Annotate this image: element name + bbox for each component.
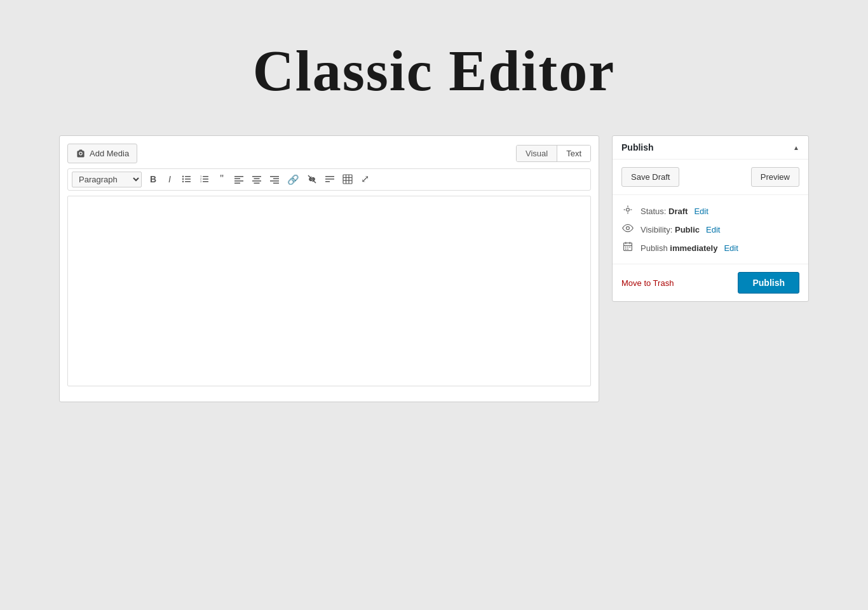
svg-point-33 <box>627 208 630 212</box>
status-row: Status: Draft Edit <box>621 201 799 220</box>
align-center-button[interactable] <box>248 172 265 187</box>
svg-rect-13 <box>234 179 240 180</box>
move-to-trash-link[interactable]: Move to Trash <box>621 278 674 288</box>
svg-point-5 <box>182 181 184 182</box>
save-draft-button[interactable]: Save Draft <box>621 167 679 187</box>
tab-text[interactable]: Text <box>557 146 590 161</box>
svg-rect-1 <box>185 179 191 180</box>
svg-point-4 <box>182 179 184 180</box>
svg-rect-26 <box>325 179 334 180</box>
svg-rect-8 <box>203 181 208 182</box>
visibility-edit-link[interactable]: Edit <box>706 225 720 234</box>
publish-box-title: Publish <box>621 142 654 152</box>
unordered-list-button[interactable] <box>179 172 195 187</box>
align-left-button[interactable] <box>231 172 247 187</box>
svg-rect-18 <box>252 180 261 182</box>
editor-content-area[interactable] <box>67 196 591 386</box>
svg-rect-14 <box>234 180 243 182</box>
svg-rect-20 <box>270 176 279 177</box>
collapse-icon[interactable]: ▲ <box>793 144 799 151</box>
editor-main: Add Media Visual Text Paragraph Heading … <box>59 135 599 402</box>
publish-time-row: Publish immediately Edit <box>621 238 799 257</box>
publish-time-edit-link[interactable]: Edit <box>724 243 738 253</box>
svg-point-3 <box>182 176 184 177</box>
svg-rect-27 <box>325 181 330 182</box>
svg-text:3: 3 <box>200 180 202 183</box>
svg-rect-43 <box>625 247 627 248</box>
svg-rect-16 <box>252 176 261 177</box>
publish-box-header: Publish ▲ <box>613 136 808 159</box>
svg-rect-12 <box>234 176 243 177</box>
add-media-label: Add Media <box>90 149 129 158</box>
blockquote-button[interactable]: " <box>214 172 229 187</box>
publish-button[interactable]: Publish <box>738 272 799 294</box>
editor-sidebar: Publish ▲ Save Draft Preview <box>612 135 809 402</box>
status-text: Status: Draft <box>641 207 688 216</box>
svg-rect-15 <box>234 183 240 184</box>
svg-rect-28 <box>343 175 352 184</box>
svg-rect-17 <box>254 179 260 180</box>
svg-rect-46 <box>625 248 627 250</box>
svg-rect-23 <box>273 183 279 184</box>
page-title: Classic Editor <box>253 38 616 104</box>
horizontal-rule-button[interactable] <box>322 172 338 187</box>
publish-meta: Status: Draft Edit Visibility: Public <box>613 195 808 264</box>
bold-button[interactable]: B <box>146 172 161 187</box>
editor-toolbar-top: Add Media Visual Text <box>67 144 591 163</box>
view-tabs: Visual Text <box>516 145 591 162</box>
preview-button[interactable]: Preview <box>751 167 799 187</box>
svg-rect-25 <box>325 176 334 177</box>
align-right-button[interactable] <box>266 172 283 187</box>
publish-box-footer: Move to Trash Publish <box>613 264 808 301</box>
add-media-icon <box>76 148 86 159</box>
svg-rect-44 <box>627 247 628 248</box>
insert-link-button[interactable]: 🔗 <box>284 172 302 187</box>
editor-format-toolbar: Paragraph Heading 1 Heading 2 Heading 3 … <box>67 168 591 191</box>
status-icon <box>621 205 634 217</box>
svg-rect-21 <box>273 179 279 180</box>
visibility-icon <box>621 224 634 235</box>
publish-box-actions: Save Draft Preview <box>613 159 808 195</box>
format-select[interactable]: Paragraph Heading 1 Heading 2 Heading 3 … <box>72 172 142 187</box>
svg-rect-6 <box>203 176 208 177</box>
svg-rect-47 <box>627 248 628 250</box>
svg-rect-22 <box>270 180 279 182</box>
status-edit-link[interactable]: Edit <box>694 207 708 216</box>
add-media-button[interactable]: Add Media <box>67 144 137 163</box>
svg-rect-45 <box>629 247 630 248</box>
italic-button[interactable]: I <box>162 172 177 187</box>
publish-time-text: Publish immediately <box>641 243 717 253</box>
visibility-text: Visibility: Public <box>641 225 700 234</box>
visibility-row: Visibility: Public Edit <box>621 220 799 238</box>
svg-rect-0 <box>185 176 191 177</box>
remove-link-button[interactable] <box>304 172 320 187</box>
svg-rect-19 <box>254 183 260 184</box>
svg-rect-7 <box>203 179 208 180</box>
publish-box: Publish ▲ Save Draft Preview <box>612 135 809 302</box>
table-button[interactable] <box>339 172 356 187</box>
svg-point-38 <box>627 227 630 230</box>
tab-visual[interactable]: Visual <box>517 146 557 161</box>
calendar-icon <box>621 241 634 254</box>
fullscreen-button[interactable]: ⤢ <box>357 172 372 187</box>
ordered-list-button[interactable]: 1 2 3 <box>196 172 213 187</box>
svg-rect-2 <box>185 181 191 182</box>
